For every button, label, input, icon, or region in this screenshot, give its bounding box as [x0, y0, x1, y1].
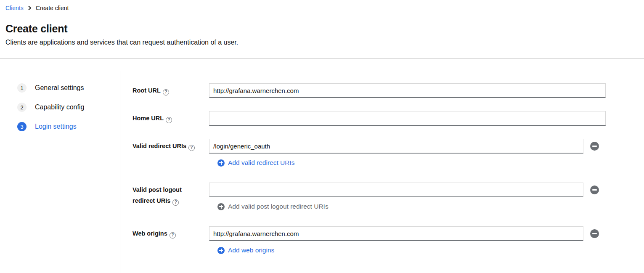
form-group-web-origins: Web origins Add web origins: [133, 226, 606, 254]
breadcrumb: Clients Create client: [5, 4, 637, 12]
step-label: General settings: [35, 84, 84, 92]
question-circle-icon[interactable]: [163, 89, 169, 95]
page-title: Create client: [5, 23, 637, 35]
minus-circle-icon[interactable]: [590, 186, 599, 194]
question-circle-icon[interactable]: [188, 145, 195, 151]
add-valid-redirect-uris[interactable]: Add valid redirect URIs: [209, 159, 606, 167]
add-valid-post-logout-redirect-uris: Add valid post logout redirect URIs: [209, 203, 606, 210]
plus-circle-icon: [217, 203, 225, 210]
web-origins-input[interactable]: [209, 226, 583, 241]
step-label: Capability config: [35, 103, 84, 111]
wizard-step-login-settings[interactable]: 3 Login settings: [17, 122, 120, 131]
minus-circle-icon[interactable]: [590, 142, 599, 151]
question-circle-icon[interactable]: [166, 117, 172, 123]
add-valid-redirect-uris-link[interactable]: Add valid redirect URIs: [228, 159, 295, 167]
add-web-origins-link[interactable]: Add web origins: [228, 246, 274, 254]
form-group-valid-post-logout-redirect-uris: Valid post logout redirect URIs Add vali…: [133, 183, 606, 210]
field-label: Web origins: [133, 226, 209, 239]
question-circle-icon[interactable]: [170, 232, 176, 239]
wizard-step-general-settings[interactable]: 1 General settings: [17, 83, 120, 93]
question-circle-icon[interactable]: [172, 199, 179, 206]
field-label-text: Web origins: [133, 230, 167, 237]
header-divider: [0, 58, 644, 59]
breadcrumb-current: Create client: [36, 5, 69, 11]
page-header: Clients Create client Create client Clie…: [0, 0, 644, 46]
minus-circle-icon[interactable]: [590, 229, 599, 238]
field-label: Valid post logout redirect URIs: [133, 183, 209, 206]
step-number-badge: 1: [17, 83, 27, 93]
field-label-text: Root URL: [133, 87, 161, 94]
step-label: Login settings: [35, 123, 77, 130]
form-group-home-url: Home URL: [133, 111, 606, 126]
login-settings-form: Root URL Home URL Valid redirect URIs: [120, 71, 644, 273]
field-label: Root URL: [133, 83, 209, 96]
step-number-badge: 3: [17, 122, 27, 131]
angle-right-icon: [27, 5, 32, 11]
form-group-root-url: Root URL: [133, 83, 606, 98]
form-group-valid-redirect-uris: Valid redirect URIs Add valid redirect U…: [133, 139, 606, 167]
step-number-badge: 2: [17, 103, 27, 112]
root-url-input[interactable]: [209, 83, 606, 98]
valid-redirect-uris-input[interactable]: [209, 139, 583, 154]
field-label: Valid redirect URIs: [133, 139, 209, 151]
post-logout-redirect-uris-input[interactable]: [209, 183, 583, 197]
field-label: Home URL: [133, 111, 209, 124]
home-url-input[interactable]: [209, 111, 606, 126]
field-label-text: Valid redirect URIs: [133, 143, 186, 149]
field-label-text: Home URL: [133, 115, 164, 122]
wizard-nav: 1 General settings 2 Capability config 3…: [0, 71, 120, 273]
add-valid-post-logout-redirect-uris-link: Add valid post logout redirect URIs: [228, 203, 329, 210]
plus-circle-icon: [217, 159, 225, 167]
wizard: 1 General settings 2 Capability config 3…: [0, 71, 644, 273]
wizard-step-capability-config[interactable]: 2 Capability config: [17, 103, 120, 112]
page-subtitle: Clients are applications and services th…: [5, 39, 637, 46]
add-web-origins[interactable]: Add web origins: [209, 246, 606, 254]
breadcrumb-link-clients[interactable]: Clients: [5, 5, 24, 11]
plus-circle-icon: [217, 247, 225, 254]
